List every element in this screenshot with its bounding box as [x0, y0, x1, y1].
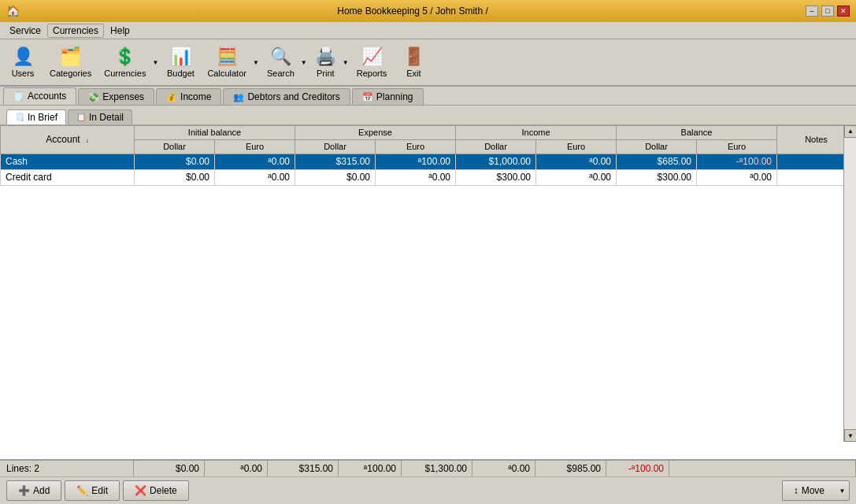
col-header-balance: Balance: [617, 125, 777, 139]
edit-label: Edit: [91, 485, 108, 496]
move-group: ↕️ Move ▼: [782, 480, 850, 501]
sub-tabs: 🗒️ In Brief 📋 In Detail: [0, 106, 856, 124]
toolbar-currencies[interactable]: 💲 Currencies: [98, 42, 151, 83]
cell-income-dollar: $1,000.00: [456, 154, 536, 169]
toolbar-currencies-group: 💲 Currencies ▼: [98, 42, 159, 83]
tab-planning-label: Planning: [376, 91, 413, 102]
cell-initial-dollar: $0.00: [135, 169, 215, 185]
subtab-in-brief-label: In Brief: [28, 112, 57, 123]
minimize-button[interactable]: –: [806, 6, 818, 17]
tab-debtors[interactable]: 👥 Debtors and Creditors: [223, 88, 350, 105]
toolbar-search[interactable]: 🔍 Search: [261, 42, 300, 83]
toolbar-calculator-label: Calculator: [207, 69, 246, 78]
main-layout: 🗒️ Accounts 💸 Expenses 💰 Income 👥 Debtor…: [0, 87, 856, 504]
print-arrow[interactable]: ▼: [342, 42, 350, 83]
exit-icon: 🚪: [403, 46, 424, 67]
col-header-balance-dollar: Dollar: [617, 139, 697, 154]
toolbar-exit[interactable]: 🚪 Exit: [394, 42, 433, 83]
maximize-button[interactable]: □: [821, 6, 834, 17]
window-controls: – □ ✕: [806, 6, 850, 17]
col-header-initial-dollar: Dollar: [135, 139, 215, 154]
cell-expense-euro: ª0.00: [376, 169, 456, 185]
edit-button[interactable]: ✏️ Edit: [65, 480, 120, 501]
toolbar-categories[interactable]: 🗂️ Categories: [44, 42, 97, 83]
cell-balance-dollar: $300.00: [617, 169, 697, 185]
footer-expense-dollar: $315.00: [268, 460, 339, 477]
col-header-income-dollar: Dollar: [456, 139, 536, 154]
toolbar-print[interactable]: 🖨️ Print: [309, 42, 342, 83]
toolbar-print-label: Print: [317, 69, 335, 78]
toolbar-budget-label: Budget: [167, 69, 195, 78]
subtab-in-detail[interactable]: 📋 In Detail: [68, 109, 132, 124]
move-label: Move: [802, 485, 825, 496]
subtab-in-brief[interactable]: 🗒️ In Brief: [6, 109, 66, 124]
delete-button[interactable]: ❌ Delete: [123, 480, 189, 501]
toolbar-categories-label: Categories: [50, 69, 91, 78]
planning-tab-icon: 📅: [362, 92, 373, 102]
move-button[interactable]: ↕️ Move: [782, 480, 836, 501]
footer-income-dollar: $1,300.00: [402, 460, 472, 477]
tab-income-label: Income: [180, 91, 211, 102]
menu-currencies[interactable]: Currencies: [47, 24, 104, 38]
edit-icon: ✏️: [76, 485, 88, 496]
toolbar-reports[interactable]: 📈 Reports: [351, 42, 393, 83]
col-header-expense-dollar: Dollar: [295, 139, 376, 154]
cell-income-euro: ª0.00: [536, 169, 617, 185]
table-header-top: Account ↓ Initial balance Expense Income…: [1, 125, 856, 139]
toolbar-search-group: 🔍 Search ▼: [261, 42, 308, 83]
currencies-arrow[interactable]: ▼: [151, 42, 159, 83]
in-brief-icon: 🗒️: [15, 113, 24, 121]
menu-bar: Service Currencies Help: [0, 22, 856, 39]
title-bar: 🏠 Home Bookkeeping 5 / John Smith / – □ …: [0, 0, 856, 22]
footer-income-euro: ª0.00: [472, 460, 535, 477]
add-button[interactable]: ➕ Add: [6, 480, 61, 501]
tab-debtors-label: Debtors and Creditors: [247, 91, 339, 102]
toolbar-currencies-label: Currencies: [104, 69, 146, 78]
add-icon: ➕: [18, 485, 30, 496]
cell-expense-dollar: $0.00: [295, 169, 376, 185]
sort-arrow: ↓: [86, 137, 89, 144]
add-label: Add: [33, 485, 50, 496]
delete-icon: ❌: [135, 485, 146, 496]
toolbar: 👤 Users 🗂️ Categories 💲 Currencies ▼ 📊 B…: [0, 39, 856, 87]
tab-income[interactable]: 💰 Income: [156, 88, 221, 105]
action-bar: ➕ Add ✏️ Edit ❌ Delete ↕️ Move ▼: [0, 476, 856, 504]
tab-accounts[interactable]: 🗒️ Accounts: [3, 87, 76, 105]
toolbar-budget[interactable]: 📊 Budget: [161, 42, 200, 83]
income-tab-icon: 💰: [166, 92, 177, 102]
toolbar-users[interactable]: 👤 Users: [3, 42, 43, 83]
cell-income-euro: ª0.00: [536, 154, 617, 169]
delete-label: Delete: [150, 485, 177, 496]
table-wrapper: Account ↓ Initial balance Expense Income…: [0, 125, 856, 459]
toolbar-exit-label: Exit: [406, 69, 421, 78]
tab-planning[interactable]: 📅 Planning: [352, 88, 424, 105]
scroll-up-button[interactable]: ▲: [844, 125, 856, 138]
cell-balance-euro: -ª100.00: [697, 154, 777, 169]
close-button[interactable]: ✕: [837, 6, 850, 17]
footer-initial-dollar: $0.00: [134, 460, 205, 477]
tab-accounts-label: Accounts: [28, 91, 66, 102]
search-arrow[interactable]: ▼: [300, 42, 308, 83]
tab-expenses[interactable]: 💸 Expenses: [78, 88, 154, 105]
toolbar-calculator[interactable]: 🧮 Calculator: [202, 42, 252, 83]
cell-initial-dollar: $0.00: [135, 154, 215, 169]
move-dropdown-arrow[interactable]: ▼: [836, 480, 850, 501]
accounts-table: Account ↓ Initial balance Expense Income…: [0, 125, 856, 186]
footer-lines: Lines: 2: [0, 460, 134, 477]
toolbar-calculator-group: 🧮 Calculator ▼: [202, 42, 260, 83]
cell-account: Cash: [1, 154, 135, 169]
menu-service[interactable]: Service: [3, 24, 47, 38]
cell-expense-euro: ª100.00: [376, 154, 456, 169]
table-row[interactable]: Cash$0.00ª0.00$315.00ª100.00$1,000.00ª0.…: [1, 154, 856, 169]
calculator-arrow[interactable]: ▼: [252, 42, 260, 83]
menu-help[interactable]: Help: [104, 24, 136, 38]
footer-balance-dollar: $985.00: [535, 460, 606, 477]
table-row[interactable]: Credit card$0.00ª0.00$0.00ª0.00$300.00ª0…: [1, 169, 856, 185]
scroll-down-button[interactable]: ▼: [844, 429, 856, 442]
scroll-track[interactable]: [844, 138, 856, 429]
toolbar-reports-label: Reports: [357, 69, 387, 78]
col-header-initial-euro: Euro: [215, 139, 295, 154]
debtors-tab-icon: 👥: [233, 92, 244, 102]
cell-initial-euro: ª0.00: [215, 169, 295, 185]
calculator-icon: 🧮: [217, 46, 238, 67]
